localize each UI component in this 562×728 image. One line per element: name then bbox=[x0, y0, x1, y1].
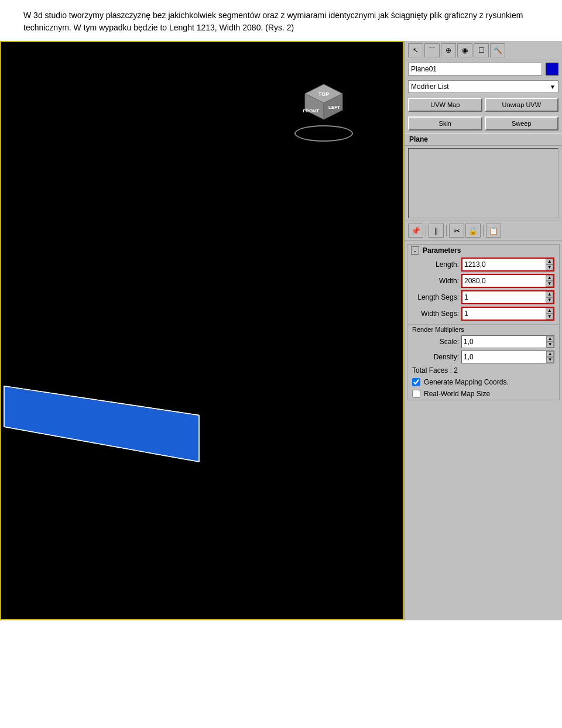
length-segs-field-wrap: ▲ ▼ bbox=[461, 290, 554, 304]
stack-section-header: Plane bbox=[405, 133, 562, 146]
description-text: W 3d studio tworzymy płaszczyznę bez jak… bbox=[0, 0, 562, 41]
hammer-tool-btn[interactable]: 🔨 bbox=[490, 43, 505, 57]
scale-input[interactable] bbox=[462, 336, 546, 348]
width-spinner[interactable]: ▲ ▼ bbox=[546, 275, 553, 287]
render-multipliers-label: Render Multipliers bbox=[407, 324, 559, 334]
length-segs-input[interactable] bbox=[462, 291, 546, 303]
modifier-row: Modifier List ▼ bbox=[405, 78, 562, 95]
modifier-stack-area[interactable] bbox=[408, 148, 558, 218]
object-name-row bbox=[405, 60, 562, 78]
pin-icon-btn[interactable]: 📌 bbox=[408, 224, 423, 238]
density-spin-down[interactable]: ▼ bbox=[546, 357, 554, 363]
width-spin-up[interactable]: ▲ bbox=[546, 275, 553, 281]
gizmo-widget: TOP FRONT LEFT bbox=[292, 77, 356, 142]
length-input[interactable] bbox=[462, 259, 546, 270]
length-spin-up[interactable]: ▲ bbox=[546, 259, 553, 265]
box-tool-btn[interactable]: ☐ bbox=[474, 43, 489, 57]
width-param-row: Width: ▲ ▼ bbox=[407, 273, 559, 289]
real-world-label: Real-World Map Size bbox=[424, 390, 490, 398]
density-label: Density: bbox=[412, 353, 459, 361]
width-segs-input[interactable] bbox=[462, 308, 546, 320]
scale-spin-down[interactable]: ▼ bbox=[546, 342, 554, 348]
modifier-btn-row-1: UVW Map Unwrap UVW bbox=[405, 95, 562, 114]
density-input[interactable] bbox=[462, 351, 546, 363]
real-world-row: Real-World Map Size bbox=[407, 388, 559, 400]
width-label: Width: bbox=[412, 277, 459, 285]
unwrap-uvw-button[interactable]: Unwrap UVW bbox=[485, 98, 559, 112]
collapse-button[interactable]: - bbox=[411, 246, 419, 255]
width-segs-field-wrap: ▲ ▼ bbox=[461, 307, 554, 321]
toolbar-row: ↖ ⌒ ⊕ ◉ ☐ 🔨 bbox=[405, 41, 562, 60]
length-spinner[interactable]: ▲ ▼ bbox=[546, 259, 553, 270]
svg-text:TOP: TOP bbox=[318, 91, 329, 97]
copy-icon-btn[interactable]: 📋 bbox=[486, 224, 501, 238]
svg-text:LEFT: LEFT bbox=[328, 105, 340, 110]
length-segs-spinner[interactable]: ▲ ▼ bbox=[546, 291, 553, 303]
generate-mapping-checkbox[interactable] bbox=[412, 378, 420, 386]
density-field-wrap: ▲ ▼ bbox=[461, 351, 554, 363]
length-segs-spin-up[interactable]: ▲ bbox=[546, 291, 553, 297]
total-faces-row: Total Faces : 2 bbox=[407, 365, 559, 376]
cut-icon-btn[interactable]: ✂ bbox=[449, 224, 464, 238]
density-param-row: Density: ▲ ▼ bbox=[407, 349, 559, 365]
length-label: Length: bbox=[412, 260, 459, 269]
color-swatch[interactable] bbox=[546, 63, 558, 75]
width-spin-down[interactable]: ▼ bbox=[546, 281, 553, 287]
separator-1 bbox=[426, 225, 426, 236]
length-segs-param-row: Length Segs: ▲ ▼ bbox=[407, 289, 559, 305]
object-name-input[interactable] bbox=[408, 63, 542, 75]
width-segs-spin-down[interactable]: ▼ bbox=[546, 314, 553, 320]
density-spinner[interactable]: ▲ ▼ bbox=[546, 351, 554, 363]
lock-icon-btn[interactable]: 🔒 bbox=[465, 224, 481, 238]
main-area: TOP FRONT LEFT ↖ ⌒ ⊕ ◉ ☐ 🔨 bbox=[0, 41, 562, 620]
density-spin-up[interactable]: ▲ bbox=[546, 351, 554, 357]
scale-spinner[interactable]: ▲ ▼ bbox=[546, 336, 554, 348]
separator-2 bbox=[446, 225, 447, 236]
parameters-section: - Parameters Length: ▲ ▼ Width: bbox=[407, 244, 560, 400]
pause-icon-btn[interactable]: ‖ bbox=[429, 224, 444, 238]
skin-button[interactable]: Skin bbox=[408, 116, 482, 131]
arc-tool-btn[interactable]: ⌒ bbox=[424, 43, 440, 57]
icon-toolbar: 📌 ‖ ✂ 🔒 📋 bbox=[405, 221, 562, 241]
select-tool-btn[interactable]: ↖ bbox=[408, 43, 423, 57]
width-segs-label: Width Segs: bbox=[412, 310, 459, 318]
length-param-row: Length: ▲ ▼ bbox=[407, 256, 559, 273]
width-input[interactable] bbox=[462, 275, 546, 287]
dropdown-arrow-icon: ▼ bbox=[550, 84, 556, 90]
svg-text:FRONT: FRONT bbox=[303, 108, 319, 114]
width-segs-param-row: Width Segs: ▲ ▼ bbox=[407, 305, 559, 322]
generate-mapping-label: Generate Mapping Coords. bbox=[424, 378, 509, 386]
width-segs-spinner[interactable]: ▲ ▼ bbox=[546, 308, 553, 320]
length-field-wrap: ▲ ▼ bbox=[461, 257, 554, 272]
params-title: Parameters bbox=[423, 246, 461, 255]
modifier-list-dropdown[interactable]: Modifier List ▼ bbox=[408, 80, 558, 93]
width-segs-spin-up[interactable]: ▲ bbox=[546, 308, 553, 314]
generate-mapping-row: Generate Mapping Coords. bbox=[407, 376, 559, 388]
group-tool-btn[interactable]: ⊕ bbox=[441, 43, 456, 57]
scale-param-row: Scale: ▲ ▼ bbox=[407, 334, 559, 349]
length-segs-spin-down[interactable]: ▼ bbox=[546, 297, 553, 303]
modifier-btn-row-2: Skin Sweep bbox=[405, 114, 562, 133]
uvw-map-button[interactable]: UVW Map bbox=[408, 98, 482, 112]
sweep-button[interactable]: Sweep bbox=[485, 116, 559, 131]
width-field-wrap: ▲ ▼ bbox=[461, 274, 554, 288]
scale-field-wrap: ▲ ▼ bbox=[461, 335, 554, 348]
scale-spin-up[interactable]: ▲ bbox=[546, 336, 554, 342]
length-spin-down[interactable]: ▼ bbox=[546, 265, 553, 270]
gizmo-ring bbox=[294, 125, 353, 142]
params-title-bar: - Parameters bbox=[407, 245, 559, 256]
modifier-list-label: Modifier List bbox=[411, 83, 449, 91]
separator-3 bbox=[483, 225, 484, 236]
orbit-tool-btn[interactable]: ◉ bbox=[457, 43, 472, 57]
viewport-3d[interactable]: TOP FRONT LEFT bbox=[0, 41, 404, 620]
length-segs-label: Length Segs: bbox=[412, 293, 459, 301]
real-world-checkbox[interactable] bbox=[412, 390, 420, 398]
scale-label: Scale: bbox=[412, 338, 459, 346]
right-panel: ↖ ⌒ ⊕ ◉ ☐ 🔨 Modifier List ▼ UVW Map Unwr… bbox=[404, 41, 562, 620]
